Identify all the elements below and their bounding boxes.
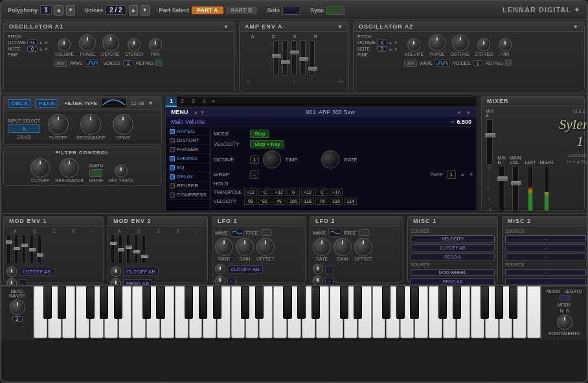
misc1-target3[interactable]: RESO AB — [411, 278, 495, 285]
misc2-target3[interactable]: - — [505, 278, 586, 285]
attack-fader[interactable] — [273, 40, 278, 76]
transpose-2[interactable]: +12 — [273, 189, 286, 196]
env1-decay-fader[interactable] — [14, 235, 18, 264]
vel-2[interactable]: 49 — [273, 198, 286, 205]
env1-attack-fader[interactable] — [6, 235, 10, 264]
lfo1-knob-extra[interactable] — [215, 264, 225, 274]
env2-sustain-thumb[interactable] — [126, 246, 132, 249]
lfo1-offset-knob[interactable] — [256, 238, 275, 256]
env1-knob1[interactable] — [6, 266, 17, 277]
black-key[interactable] — [396, 286, 405, 319]
lfo1-free-toggle[interactable] — [261, 229, 271, 236]
mix-b-thumb[interactable] — [497, 176, 508, 181]
env2-extra-thumb[interactable] — [141, 255, 148, 258]
input-select-box[interactable]: A — [8, 124, 40, 133]
amp-env-dropdown[interactable]: ▼ — [337, 24, 343, 30]
octave-up-a2[interactable]: ▲ — [389, 41, 392, 45]
main-vol-thumb[interactable] — [511, 181, 521, 185]
octave-value-a2[interactable]: 0 — [377, 40, 387, 45]
portamento-knob[interactable] — [557, 314, 572, 330]
ctrl-cutoff-knob[interactable] — [30, 158, 50, 178]
mix-b-fader[interactable] — [499, 166, 505, 211]
release-thumb[interactable] — [299, 57, 308, 61]
lfo1-target[interactable]: CUTOFF AB — [227, 265, 263, 273]
black-key[interactable] — [453, 286, 461, 319]
note-down[interactable]: ▼ — [44, 47, 48, 51]
time-knob[interactable] — [263, 150, 281, 168]
menu-eq[interactable]: EQ — [166, 163, 210, 172]
decay-fader[interactable] — [282, 40, 288, 76]
bend-knob[interactable] — [10, 299, 25, 315]
voices-box-a2[interactable]: 0 — [473, 60, 483, 66]
retrig-light[interactable] — [155, 60, 162, 66]
env2-attack-fader[interactable] — [111, 235, 115, 264]
env1-extra-thumb[interactable] — [37, 253, 43, 257]
menu-phaser[interactable]: PHASER — [166, 145, 210, 154]
osc-a2-dropdown[interactable]: ▼ — [573, 24, 579, 30]
lfo2-offset-knob[interactable] — [354, 238, 372, 256]
misc2-source1-value[interactable]: - — [505, 235, 586, 242]
black-key[interactable] — [142, 286, 151, 319]
phase-knob-a2[interactable] — [429, 34, 446, 51]
vel-0[interactable]: 58 — [244, 198, 257, 205]
menu-delay[interactable]: DELAY — [166, 172, 210, 181]
note-value[interactable]: 0 — [27, 46, 38, 52]
misc1-target1[interactable]: CUTOFF AB — [411, 244, 495, 251]
vel-7[interactable]: 114 — [344, 198, 357, 205]
lfo2-wave-btn[interactable] — [328, 229, 341, 237]
env2-extra-fader[interactable] — [142, 235, 146, 264]
black-key[interactable] — [438, 286, 447, 319]
lfo1-knob-extra2[interactable] — [215, 275, 225, 286]
polyphony-down[interactable]: ▼ — [66, 5, 75, 16]
menu-reverb[interactable]: REVERB — [166, 181, 210, 191]
voices-down[interactable]: ▼ — [141, 5, 150, 16]
mix-a-fader[interactable] — [486, 119, 493, 165]
voices-box[interactable]: 2 — [123, 60, 133, 66]
menu-compress[interactable]: COMPRESS — [166, 191, 210, 200]
note-up[interactable]: ▲ — [39, 47, 43, 51]
black-key[interactable] — [481, 286, 489, 319]
arpeg-checkbox[interactable] — [170, 129, 175, 134]
env2-target1[interactable]: CUTOFF AB — [123, 268, 159, 276]
page-up[interactable]: ▲ — [460, 172, 465, 178]
detune-knob-a2[interactable] — [452, 34, 469, 51]
black-key[interactable] — [199, 286, 207, 319]
lfo2-target2[interactable]: - — [325, 277, 334, 285]
sustain-fader[interactable] — [291, 40, 297, 76]
preset-prev[interactable]: ◄ — [456, 110, 461, 115]
black-key[interactable] — [382, 286, 390, 319]
volume-knob-a2[interactable] — [407, 38, 420, 51]
osc-a-badge[interactable]: OSC A — [8, 99, 31, 108]
lfo1-rate-knob[interactable] — [215, 238, 233, 256]
octave-disp-value[interactable]: 1 — [250, 156, 259, 164]
drive-knob[interactable] — [113, 114, 133, 135]
transpose-5[interactable]: 0 — [315, 189, 328, 196]
page-down[interactable]: ▼ — [469, 172, 474, 178]
env1-release-thumb[interactable] — [29, 248, 36, 251]
stereo-knob[interactable] — [128, 38, 141, 51]
voices-value[interactable]: 2 / 2 — [106, 5, 126, 15]
env2-knob1[interactable] — [111, 266, 121, 277]
env1-decay-thumb[interactable] — [14, 247, 20, 250]
decay-thumb[interactable] — [281, 60, 290, 64]
menu-nav-up[interactable]: ▲ — [194, 110, 199, 115]
black-key[interactable] — [58, 286, 66, 319]
black-key[interactable] — [241, 286, 249, 319]
lfo2-free-toggle[interactable] — [359, 229, 369, 236]
warm-toggle[interactable] — [89, 169, 102, 177]
env1-sustain-thumb[interactable] — [21, 244, 28, 247]
misc2-source2-value[interactable]: - — [505, 269, 586, 276]
attack-thumb[interactable] — [272, 54, 281, 58]
black-key[interactable] — [86, 286, 95, 319]
env2-sustain-fader[interactable] — [126, 235, 130, 264]
misc1-source1-value[interactable]: VELOCITY — [411, 235, 495, 242]
tab-2[interactable]: 2 — [177, 97, 188, 107]
volume-knob[interactable] — [58, 38, 71, 51]
black-key[interactable] — [255, 286, 264, 319]
env2-decay-fader[interactable] — [119, 235, 122, 264]
filt-a-badge[interactable]: FILT A — [35, 99, 58, 108]
lfo1-wave-btn[interactable] — [231, 229, 243, 237]
black-key[interactable] — [495, 286, 503, 319]
black-key[interactable] — [283, 286, 291, 319]
part-a-button[interactable]: PART A — [192, 6, 223, 14]
